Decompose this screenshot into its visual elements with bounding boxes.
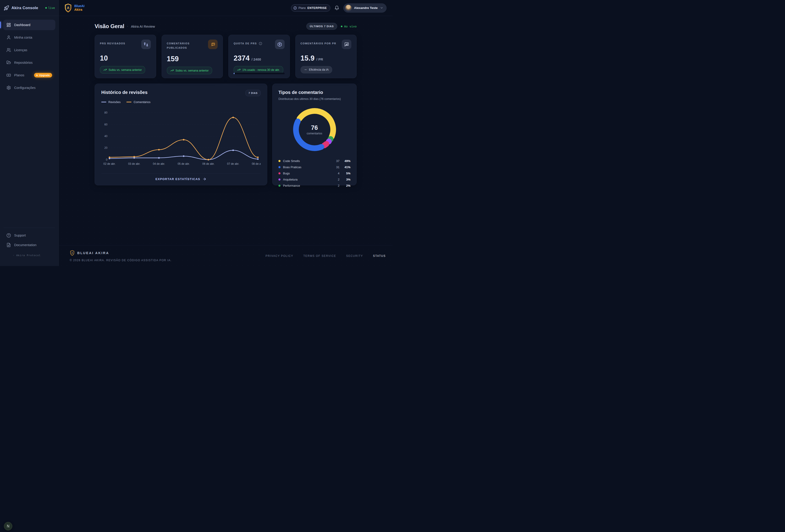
sidebar-bottom-nav: SupportDocumentation [3,231,55,250]
history-chart-card: Histórico de revisões 7 DIAS RevisõesCom… [95,84,267,185]
donut-legend-row-boas-praticas: Boas Praticas3141% [278,165,350,169]
svg-text:04 de abr.: 04 de abr. [153,162,165,165]
stat-label: PRS REVISADOS [100,39,125,46]
help-circle-icon [6,233,11,238]
donut-legend: Code Smells3749%Boas Praticas3141%Bugs45… [278,159,350,188]
stats-grid: PRS REVISADOS 10 Subiu vs. se [95,35,357,78]
svg-text:05 de abr.: 05 de abr. [178,162,190,165]
footer-links: PRIVACY POLICYTERMS OF SERVICESECURITYST… [265,254,386,258]
svg-text:03 de abr.: 03 de abr. [128,162,140,165]
live-badge: live [45,6,55,9]
legend-item-revisões: Revisões [101,100,121,104]
settings-icon [6,85,11,90]
svg-text:60: 60 [104,123,108,126]
history-chart-legend: RevisõesComentários [101,100,261,104]
sidebar-item-documentation[interactable]: Documentation [3,240,55,250]
user-avatar [345,5,352,11]
page-title: Visão Geral [95,23,124,29]
notifications-bell-button[interactable] [334,5,339,10]
live-status: Ao vivo [341,25,357,28]
history-chart-title: Histórico de revisões [101,90,148,95]
sidebar-nav: DashboardMinha contaLicençasRepositórios… [0,16,58,224]
stat-card-comentarios-por-pr: COMENTÁRIOS POR PR 15.9 / PR [295,35,357,78]
content-scroll-area: Visão Geral · Akira AI Review ÚLTIMOS 7 … [59,16,392,266]
trending-up-icon [103,68,107,72]
donut-legend-row-arquitetura: Arquitetura23% [278,177,350,182]
footer-link-security[interactable]: SECURITY [346,254,363,258]
stat-suffix: / PR [316,57,323,61]
live-dot-icon [341,26,343,27]
topbar: A BlueAI Akira Plano ENTERPRISE [59,0,392,16]
sidebar-item-configura-es[interactable]: Configurações [3,82,55,93]
trend-badge: Subiu vs. semana anterior [100,66,145,74]
sidebar-item-licen-as[interactable]: Licenças [3,45,55,55]
svg-text:0: 0 [106,158,107,161]
quota-progress-fill [234,73,234,74]
sidebar-item-reposit-rios[interactable]: Repositórios [3,57,55,68]
sidebar-item-dashboard[interactable]: Dashboard [3,20,55,30]
info-icon[interactable] [259,42,262,45]
git-compare-icon [141,39,151,49]
sidebar-item-minha-conta[interactable]: Minha conta [3,32,55,43]
donut-chart: 76 comentarios [289,104,340,155]
types-card-title: Tipos de comentario [278,90,350,95]
svg-text:A: A [72,252,73,254]
badge-check-icon [293,6,297,10]
footer-link-privacy-policy[interactable]: PRIVACY POLICY [265,254,293,258]
footer-brand: BLUEAI AKIRA [77,251,109,255]
donut-legend-row-bugs: Bugs45% [278,171,350,176]
stat-value: 159 [167,55,179,63]
sidebar: Akira Console live DashboardMinha contaL… [0,0,59,266]
file-text-icon [6,243,11,247]
types-card-subtitle: Distribuicao dos ultimos 30 dias (76 com… [278,97,350,101]
sidebar-item-planos[interactable]: PlanosUpgrade [3,70,55,80]
users-icon [6,48,11,52]
svg-text:40: 40 [104,135,108,138]
plan-badge: Plano ENTERPRISE [291,4,330,12]
svg-text:02 de abr.: 02 de abr. [103,162,116,165]
chevron-down-icon [380,6,383,9]
footer-link-terms-of-service[interactable]: TERMS OF SERVICE [303,254,336,258]
history-period-badge[interactable]: 7 DIAS [246,90,261,96]
footer-copyright: © 2026 BLUEAI AKIRA. REVISÃO DE CÓDIGO A… [70,259,172,262]
efficiency-badge: Eficiência da IA [301,66,332,73]
page-footer: A BLUEAI AKIRA © 2026 BLUEAI AKIRA. REVI… [59,245,392,266]
page-subtitle: Akira AI Review [131,24,155,28]
trending-up-icon [170,69,174,72]
svg-text:20: 20 [104,146,108,150]
trend-badge: Subiu vs. semana anterior [167,67,212,74]
export-statistics-button[interactable]: EXPORTAR ESTATÍSTICAS [155,177,206,181]
box-icon [275,39,285,49]
svg-text:07 de abr.: 07 de abr. [227,162,239,165]
user-icon [6,35,11,40]
legend-item-comentários: Comentários [126,100,150,104]
banknote-icon [6,73,11,77]
folder-open-icon [6,60,11,65]
user-menu[interactable]: Alexandre Teste [343,3,386,12]
minus-icon [304,68,307,71]
quota-progress-bar [234,73,285,74]
title-separator: · [127,24,128,28]
protocol-version-text: · Akira Protocol [13,254,55,257]
comment-types-card: Tipos de comentario Distribuicao dos ult… [272,84,357,185]
donut-legend-row-code-smells: Code Smells3749% [278,159,350,163]
stat-value: 2374 [234,54,250,62]
charts-row: Histórico de revisões 7 DIAS RevisõesCom… [95,84,357,185]
upgrade-badge[interactable]: Upgrade [34,73,52,77]
app-name: Akira Console [11,6,43,10]
sidebar-item-support[interactable]: Support [3,231,55,240]
svg-text:80: 80 [104,111,108,114]
message-pen-icon [342,39,351,49]
footer-link-status[interactable]: STATUS [373,254,386,258]
shield-logo-icon: A [64,3,72,13]
page-header: Visão Geral · Akira AI Review ÚLTIMOS 7 … [95,23,357,30]
user-name: Alexandre Teste [354,6,378,9]
svg-text:06 de abr.: 06 de abr. [202,162,214,165]
donut-center-label: 76 comentarios [289,104,340,155]
live-dot-icon [45,7,47,9]
stat-label: COMENTÁRIOS PUBLICADOS [167,39,203,50]
arrow-right-icon [203,177,206,181]
history-line-chart: 80604020002 de abr.03 de abr.04 de abr.0… [101,105,261,172]
donut-legend-row-performance: Performance22% [278,183,350,188]
period-filter-badge[interactable]: ÚLTIMOS 7 DIAS [306,23,337,30]
